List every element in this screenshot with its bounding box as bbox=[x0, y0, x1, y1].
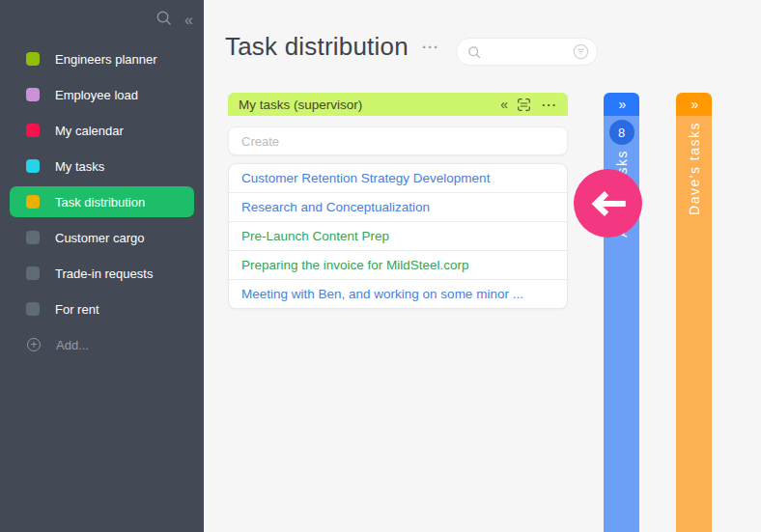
color-square-icon bbox=[26, 88, 40, 101]
color-square-icon bbox=[26, 231, 40, 244]
collapsed-column-amys-tasks: » 8 Amy's tasks bbox=[604, 93, 639, 532]
page-title: Task distribution bbox=[225, 32, 409, 62]
sidebar-item-customer-cargo[interactable]: Customer cargo bbox=[10, 222, 194, 253]
task-item[interactable]: Customer Retention Strategy Development bbox=[229, 164, 567, 192]
filter-icon[interactable] bbox=[573, 43, 589, 60]
sidebar-item-label: Employee load bbox=[55, 88, 138, 102]
collapsed-column-body[interactable]: Dave's tasks bbox=[676, 116, 712, 532]
sidebar-item-engineers-planner[interactable]: Engineers planner bbox=[10, 43, 194, 74]
column-title: My tasks (supervisor) bbox=[239, 98, 362, 112]
search-box bbox=[456, 38, 598, 66]
sidebar-menu: Engineers planner Employee load My calen… bbox=[0, 43, 204, 365]
sidebar-item-task-distribution[interactable]: Task distribution bbox=[10, 186, 194, 217]
app-window: « Engineers planner Employee load My cal… bbox=[0, 0, 761, 532]
color-square-icon bbox=[26, 52, 40, 66]
color-square-icon bbox=[26, 159, 40, 173]
search-icon[interactable] bbox=[155, 10, 172, 30]
task-list: Customer Retention Strategy Development … bbox=[228, 163, 568, 309]
color-square-icon bbox=[26, 195, 40, 209]
color-square-icon bbox=[26, 266, 40, 280]
task-item[interactable]: Pre-Launch Content Prep bbox=[229, 221, 567, 250]
sidebar-item-label: Task distribution bbox=[55, 195, 145, 210]
move-left-pointer-button[interactable] bbox=[574, 169, 642, 238]
column-menu-icon[interactable]: ··· bbox=[542, 98, 557, 112]
task-count-badge: 8 bbox=[609, 120, 634, 145]
create-task-input[interactable] bbox=[228, 126, 568, 155]
expand-column-button[interactable]: » bbox=[676, 93, 712, 116]
page-menu-icon[interactable]: ··· bbox=[422, 39, 439, 55]
sidebar-item-label: Engineers planner bbox=[55, 52, 157, 67]
sidebar-item-label: Customer cargo bbox=[55, 231, 144, 245]
color-square-icon bbox=[26, 302, 40, 316]
task-item[interactable]: Research and Conceptualization bbox=[229, 192, 567, 221]
collapse-sidebar-icon[interactable]: « bbox=[184, 13, 191, 28]
arrow-left-icon bbox=[588, 189, 629, 218]
task-item[interactable]: Preparing the invoice for MildSteel.corp bbox=[229, 250, 567, 279]
column-header-my-tasks-supervisor[interactable]: My tasks (supervisor) « ··· bbox=[228, 93, 568, 116]
scan-summary-icon[interactable] bbox=[517, 98, 531, 112]
sidebar-item-label: My tasks bbox=[55, 159, 104, 174]
sidebar-item-my-tasks[interactable]: My tasks bbox=[10, 151, 194, 182]
sidebar-item-my-calendar[interactable]: My calendar bbox=[10, 115, 194, 146]
sidebar-toolbar: « bbox=[155, 10, 191, 30]
task-item[interactable]: Meeting with Ben, and working on some mi… bbox=[229, 279, 567, 308]
collapsed-column-title: Dave's tasks bbox=[687, 122, 702, 215]
sidebar-add-button[interactable]: + Add... bbox=[10, 329, 194, 360]
search-icon bbox=[467, 45, 481, 59]
sidebar-item-employee-load[interactable]: Employee load bbox=[10, 79, 194, 110]
sidebar-item-trade-in-requests[interactable]: Trade-in requests bbox=[10, 258, 194, 289]
sidebar-item-for-rent[interactable]: For rent bbox=[10, 294, 194, 324]
expand-column-button[interactable]: » bbox=[604, 93, 639, 116]
expand-icon: » bbox=[691, 98, 697, 111]
add-label: Add... bbox=[56, 338, 89, 352]
expand-icon: » bbox=[619, 98, 625, 111]
sidebar: « Engineers planner Employee load My cal… bbox=[0, 0, 204, 532]
search-input[interactable] bbox=[488, 43, 573, 60]
plus-circle-icon: + bbox=[27, 338, 41, 351]
sidebar-item-label: Trade-in requests bbox=[55, 266, 153, 281]
collapsed-column-daves-tasks: » Dave's tasks bbox=[676, 93, 712, 532]
sidebar-item-label: My calendar bbox=[55, 124, 124, 138]
collapse-column-icon[interactable]: « bbox=[500, 98, 506, 111]
color-square-icon bbox=[26, 124, 40, 137]
sidebar-item-label: For rent bbox=[55, 302, 99, 317]
